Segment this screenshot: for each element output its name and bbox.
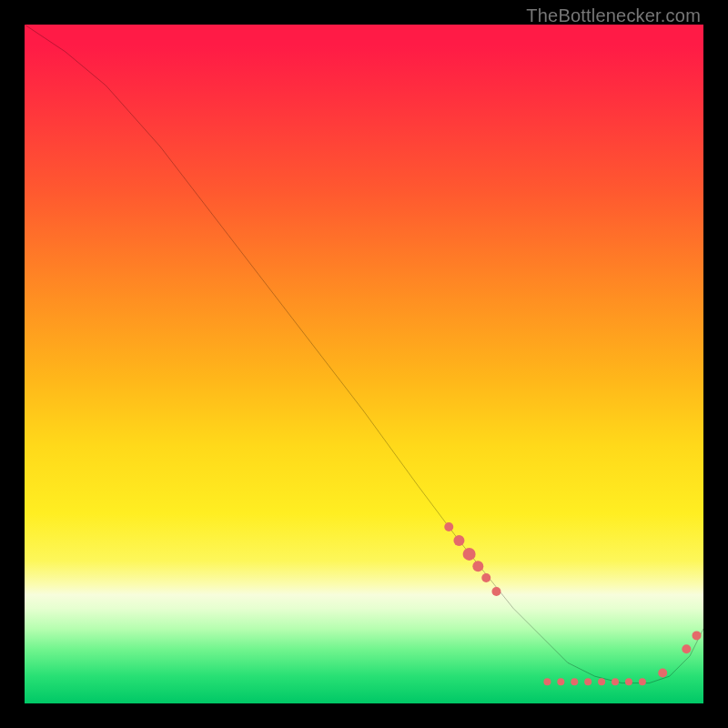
data-marker (584, 678, 592, 685)
data-marker (625, 678, 632, 685)
data-marker (444, 522, 453, 531)
data-markers (444, 522, 701, 685)
curve-path (25, 25, 703, 683)
data-marker (598, 678, 605, 685)
data-marker (472, 561, 483, 571)
data-marker (453, 535, 464, 546)
watermark-text: TheBottlenecker.com (526, 5, 701, 26)
data-marker (612, 678, 619, 685)
bottleneck-curve (25, 25, 703, 683)
chart-overlay (25, 25, 703, 703)
data-marker (682, 644, 691, 653)
data-marker (481, 573, 490, 582)
data-marker (463, 548, 476, 561)
data-marker (658, 668, 667, 677)
data-marker (639, 678, 646, 685)
data-marker (491, 587, 500, 596)
chart-frame: TheBottlenecker.com (0, 0, 728, 728)
data-marker (557, 678, 564, 685)
data-marker (543, 678, 551, 685)
data-marker (693, 631, 702, 640)
data-marker (571, 678, 578, 685)
